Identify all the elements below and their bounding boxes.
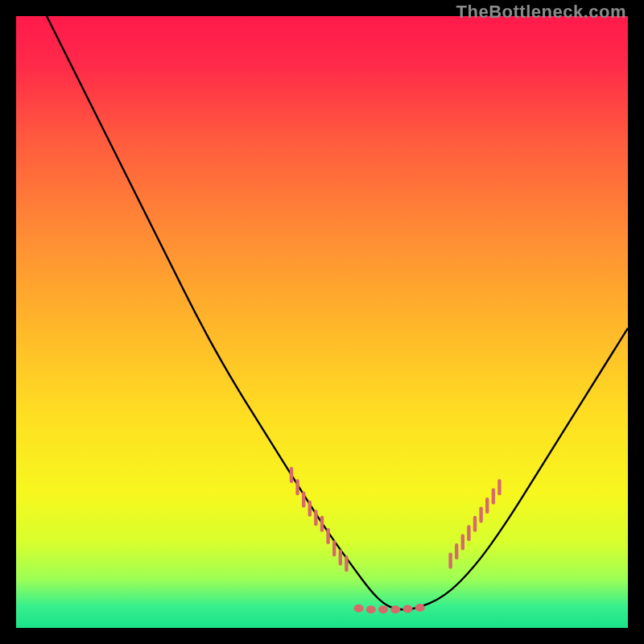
marker-tick — [339, 550, 342, 566]
watermark-text: TheBottleneck.com — [456, 2, 626, 23]
chart-frame — [16, 16, 628, 628]
marker-tick — [302, 491, 305, 507]
marker-dot — [390, 605, 400, 613]
marker-tick — [492, 489, 495, 505]
marker-tick — [290, 467, 293, 483]
marker-tick — [345, 555, 348, 572]
marker-dot — [415, 604, 425, 612]
marker-tick — [314, 510, 317, 526]
marker-dot — [402, 605, 412, 613]
marker-tick — [332, 540, 336, 556]
gradient-background — [16, 16, 628, 628]
marker-tick — [308, 501, 312, 517]
marker-tick — [448, 552, 452, 568]
bottleneck-chart — [16, 16, 628, 628]
marker-tick — [461, 535, 464, 551]
marker-dot — [378, 605, 388, 613]
marker-tick — [473, 516, 477, 532]
marker-tick — [497, 479, 501, 495]
marker-tick — [485, 497, 489, 514]
marker-tick — [295, 479, 299, 495]
marker-tick — [455, 543, 458, 559]
marker-dot — [354, 605, 364, 613]
marker-dot — [366, 605, 376, 613]
marker-tick — [320, 516, 324, 532]
marker-tick — [467, 525, 470, 541]
marker-tick — [479, 506, 482, 522]
marker-tick — [326, 528, 329, 544]
